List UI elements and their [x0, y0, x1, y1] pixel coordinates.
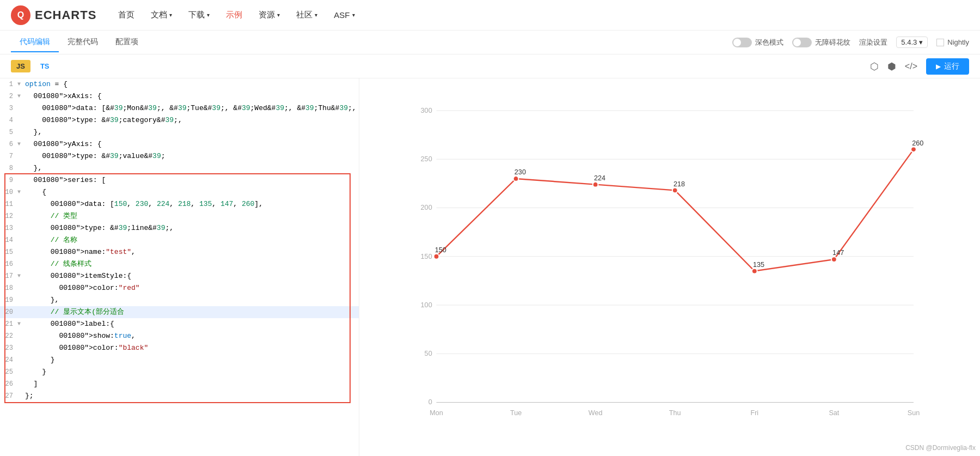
code-line-18: 18 001080">color:"red" [0, 282, 359, 294]
nav-home[interactable]: 首页 [118, 10, 134, 20]
render-settings-label[interactable]: 渲染设置 [859, 38, 887, 47]
tab-config[interactable]: 配置项 [107, 33, 147, 52]
nav-docs[interactable]: 文档 ▾ [151, 10, 172, 20]
version-value: 5.4.3 [901, 38, 917, 46]
line-number: 17 [0, 270, 17, 282]
code-content[interactable]: 001080">type: &#39;line&#39;, [25, 222, 359, 234]
code-content[interactable]: // 显示文本(部分适合 [25, 306, 359, 318]
code-line-6: 6▼ 001080">yAxis: { [0, 138, 359, 150]
svg-text:Fri: Fri [750, 409, 758, 417]
code-content[interactable]: 001080">itemStyle:{ [25, 270, 359, 282]
run-button[interactable]: ▶ 运行 [926, 58, 969, 75]
code-content[interactable]: 001080">data: [&#39;Mon&#39;, &#39;Tue&#… [25, 102, 359, 114]
fold-icon[interactable]: ▼ [17, 270, 25, 282]
svg-text:300: 300 [421, 107, 432, 114]
code-content[interactable]: { [25, 186, 359, 198]
code-line-19: 19 }, [0, 294, 359, 306]
code-line-14: 14 // 名称 [0, 234, 359, 246]
svg-text:Tue: Tue [510, 409, 522, 417]
code-line-12: 12 // 类型 [0, 210, 359, 222]
code-content[interactable]: 001080">yAxis: { [25, 138, 359, 150]
code-content[interactable]: 001080">type: &#39;category&#39;, [25, 114, 359, 126]
code-content[interactable]: }, [25, 294, 359, 306]
dark-mode-toggle[interactable] [732, 38, 752, 47]
code-content[interactable]: // 类型 [25, 210, 359, 222]
code-line-24: 24 } [0, 354, 359, 366]
code-content[interactable]: 001080">xAxis: { [25, 90, 359, 102]
line-number: 14 [0, 234, 17, 246]
code-line-8: 8 }, [0, 162, 359, 174]
svg-point-25 [513, 176, 519, 181]
code-content[interactable]: }, [25, 126, 359, 138]
code-content[interactable]: } [25, 354, 359, 366]
code-content[interactable]: 001080">type: &#39;value&#39; [25, 150, 359, 162]
code-line-15: 15 001080">name:"test", [0, 246, 359, 258]
no-barrier-toggle-group: 无障碍花纹 [792, 38, 850, 47]
code-content[interactable]: 001080">name:"test", [25, 246, 359, 258]
logo: Q ECHARTS [11, 5, 96, 25]
svg-text:Q: Q [17, 10, 24, 20]
cube-icon[interactable]: ⬢ [887, 60, 896, 72]
nav-asf[interactable]: ASF ▾ [334, 10, 354, 20]
line-number: 8 [0, 162, 17, 174]
line-number: 2 [0, 90, 17, 102]
code-content[interactable]: }, [25, 162, 359, 174]
svg-point-31 [752, 269, 757, 274]
code-content[interactable]: option = { [25, 78, 359, 90]
code-content[interactable]: 001080">color:"red" [25, 282, 359, 294]
svg-text:200: 200 [421, 204, 432, 211]
code-content[interactable]: 001080">label:{ [25, 318, 359, 330]
line-number: 22 [0, 330, 17, 342]
code-content[interactable]: } [25, 366, 359, 378]
fold-icon[interactable]: ▼ [17, 78, 25, 90]
code-line-27: 27}; [0, 390, 359, 402]
line-number: 6 [0, 138, 17, 150]
nav-community[interactable]: 社区 ▾ [296, 10, 317, 20]
right-settings: 深色模式 无障碍花纹 渲染设置 5.4.3 ▾ Nightly [732, 37, 969, 48]
fold-icon[interactable]: ▼ [17, 138, 25, 150]
line-chart: 501001502002503000MonTueWedThuFriSatSun1… [381, 89, 958, 434]
fold-icon[interactable]: ▼ [17, 318, 25, 330]
code-content[interactable]: 001080">show:true, [25, 330, 359, 342]
code-line-4: 4 001080">type: &#39;category&#39;, [0, 114, 359, 126]
nav-resources[interactable]: 资源 ▾ [259, 10, 280, 20]
watermark: CSDN @Dormiveglia-flx [905, 444, 976, 452]
code-content[interactable]: // 名称 [25, 234, 359, 246]
code-content[interactable]: 001080">series: [ [25, 174, 359, 186]
code-content[interactable]: 001080">data: [150, 230, 224, 218, 135, … [25, 198, 359, 210]
code-line-22: 22 001080">show:true, [0, 330, 359, 342]
line-number: 1 [0, 78, 17, 90]
fold-icon[interactable]: ▼ [17, 90, 25, 102]
code-content[interactable]: ] [25, 378, 359, 390]
nav-examples[interactable]: 示例 [226, 10, 242, 20]
nightly-checkbox[interactable] [936, 39, 944, 46]
tab-code-editor[interactable]: 代码编辑 [11, 33, 59, 52]
code-content[interactable]: 001080">color:"black" [25, 342, 359, 354]
editor-lang-toolbar: JS TS ⬡ ⬢ </> ▶ 运行 [0, 54, 980, 78]
line-number: 4 [0, 114, 17, 126]
header: Q ECHARTS 首页 文档 ▾ 下载 ▾ 示例 资源 ▾ 社区 ▾ ASF … [0, 0, 980, 31]
dark-mode-label: 深色模式 [755, 38, 783, 47]
code-icon[interactable]: </> [905, 62, 917, 71]
code-content[interactable]: // 线条样式 [25, 258, 359, 270]
no-barrier-toggle[interactable] [792, 38, 812, 47]
code-content[interactable]: }; [25, 390, 359, 402]
code-line-10: 10▼ { [0, 186, 359, 198]
tab-full-code[interactable]: 完整代码 [59, 33, 107, 52]
line-number: 15 [0, 246, 17, 258]
line-number: 13 [0, 222, 17, 234]
svg-text:260: 260 [912, 139, 923, 147]
fold-icon[interactable]: ▼ [17, 186, 25, 198]
3d-box-icon[interactable]: ⬡ [870, 60, 879, 72]
version-selector[interactable]: 5.4.3 ▾ [896, 37, 928, 48]
code-line-1: 1▼option = { [0, 78, 359, 90]
code-line-23: 23 001080">color:"black" [0, 342, 359, 354]
nav-download-arrow: ▾ [207, 12, 210, 18]
lang-tab-ts[interactable]: TS [35, 60, 55, 72]
main-content: 1▼option = {2▼ 001080">xAxis: {3 001080"… [0, 78, 980, 456]
code-line-17: 17▼ 001080">itemStyle:{ [0, 270, 359, 282]
nav-download[interactable]: 下载 ▾ [188, 10, 210, 20]
line-number: 7 [0, 150, 17, 162]
code-line-9: 9 001080">series: [ [0, 174, 359, 186]
lang-tab-js[interactable]: JS [11, 60, 30, 72]
